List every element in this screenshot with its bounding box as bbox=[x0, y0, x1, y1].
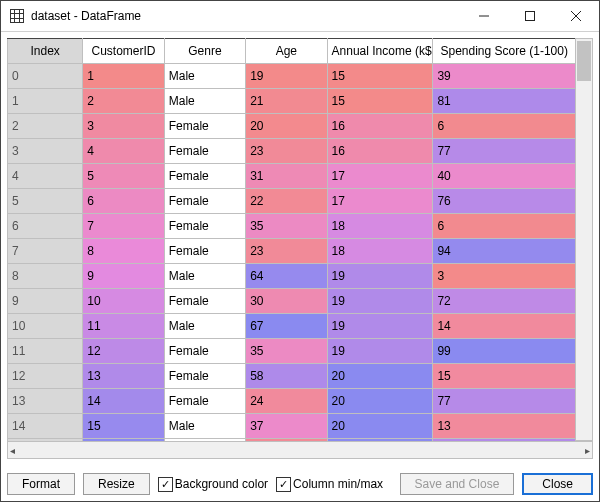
cell-genre[interactable]: Male bbox=[164, 264, 245, 289]
table-row[interactable]: 34Female231677 bbox=[8, 139, 576, 164]
col-header-genre[interactable]: Genre bbox=[164, 39, 245, 64]
minimize-button[interactable] bbox=[461, 1, 507, 31]
cell-index[interactable]: 15 bbox=[8, 439, 83, 442]
cell-id[interactable]: 11 bbox=[83, 314, 164, 339]
table-row[interactable]: 910Female301972 bbox=[8, 289, 576, 314]
cell-id[interactable]: 16 bbox=[83, 439, 164, 442]
cell-genre[interactable]: Female bbox=[164, 139, 245, 164]
cell-income[interactable]: 20 bbox=[327, 439, 433, 442]
table-row[interactable]: 1516Male222079 bbox=[8, 439, 576, 442]
cell-age[interactable]: 30 bbox=[246, 289, 327, 314]
col-header-score[interactable]: Spending Score (1-100) bbox=[433, 39, 576, 64]
cell-score[interactable]: 76 bbox=[433, 189, 576, 214]
format-button[interactable]: Format bbox=[7, 473, 75, 495]
cell-income[interactable]: 19 bbox=[327, 289, 433, 314]
cell-income[interactable]: 19 bbox=[327, 264, 433, 289]
cell-income[interactable]: 18 bbox=[327, 214, 433, 239]
cell-income[interactable]: 19 bbox=[327, 339, 433, 364]
cell-index[interactable]: 13 bbox=[8, 389, 83, 414]
table-row[interactable]: 1213Female582015 bbox=[8, 364, 576, 389]
table-row[interactable]: 89Male64193 bbox=[8, 264, 576, 289]
cell-id[interactable]: 13 bbox=[83, 364, 164, 389]
horizontal-scrollbar[interactable]: ◂ ▸ bbox=[7, 441, 593, 459]
col-header-customerid[interactable]: CustomerID bbox=[83, 39, 164, 64]
col-header-index[interactable]: Index bbox=[8, 39, 83, 64]
scroll-left-icon[interactable]: ◂ bbox=[10, 445, 15, 456]
cell-age[interactable]: 23 bbox=[246, 139, 327, 164]
cell-score[interactable]: 13 bbox=[433, 414, 576, 439]
cell-age[interactable]: 31 bbox=[246, 164, 327, 189]
cell-index[interactable]: 1 bbox=[8, 89, 83, 114]
table-row[interactable]: 01Male191539 bbox=[8, 64, 576, 89]
cell-income[interactable]: 20 bbox=[327, 364, 433, 389]
cell-genre[interactable]: Female bbox=[164, 389, 245, 414]
maximize-button[interactable] bbox=[507, 1, 553, 31]
cell-income[interactable]: 20 bbox=[327, 414, 433, 439]
table-row[interactable]: 12Male211581 bbox=[8, 89, 576, 114]
bgcolor-checkbox[interactable]: ✓ Background color bbox=[158, 477, 268, 492]
cell-age[interactable]: 22 bbox=[246, 189, 327, 214]
cell-income[interactable]: 19 bbox=[327, 314, 433, 339]
cell-income[interactable]: 17 bbox=[327, 164, 433, 189]
table-row[interactable]: 67Female35186 bbox=[8, 214, 576, 239]
cell-income[interactable]: 16 bbox=[327, 139, 433, 164]
resize-button[interactable]: Resize bbox=[83, 473, 150, 495]
cell-index[interactable]: 12 bbox=[8, 364, 83, 389]
cell-income[interactable]: 16 bbox=[327, 114, 433, 139]
col-header-age[interactable]: Age bbox=[246, 39, 327, 64]
cell-index[interactable]: 11 bbox=[8, 339, 83, 364]
cell-score[interactable]: 79 bbox=[433, 439, 576, 442]
minmax-checkbox[interactable]: ✓ Column min/max bbox=[276, 477, 383, 492]
cell-index[interactable]: 8 bbox=[8, 264, 83, 289]
cell-id[interactable]: 6 bbox=[83, 189, 164, 214]
vertical-scrollbar[interactable] bbox=[576, 38, 593, 441]
cell-index[interactable]: 7 bbox=[8, 239, 83, 264]
cell-income[interactable]: 18 bbox=[327, 239, 433, 264]
cell-id[interactable]: 7 bbox=[83, 214, 164, 239]
cell-id[interactable]: 8 bbox=[83, 239, 164, 264]
table-row[interactable]: 78Female231894 bbox=[8, 239, 576, 264]
close-button[interactable]: Close bbox=[522, 473, 593, 495]
cell-index[interactable]: 2 bbox=[8, 114, 83, 139]
cell-genre[interactable]: Male bbox=[164, 89, 245, 114]
cell-age[interactable]: 35 bbox=[246, 339, 327, 364]
cell-score[interactable]: 81 bbox=[433, 89, 576, 114]
close-window-button[interactable] bbox=[553, 1, 599, 31]
col-header-income[interactable]: Annual Income (k$) bbox=[327, 39, 433, 64]
cell-income[interactable]: 15 bbox=[327, 64, 433, 89]
cell-income[interactable]: 15 bbox=[327, 89, 433, 114]
table-row[interactable]: 45Female311740 bbox=[8, 164, 576, 189]
cell-index[interactable]: 6 bbox=[8, 214, 83, 239]
cell-score[interactable]: 14 bbox=[433, 314, 576, 339]
cell-score[interactable]: 40 bbox=[433, 164, 576, 189]
cell-score[interactable]: 77 bbox=[433, 389, 576, 414]
cell-id[interactable]: 2 bbox=[83, 89, 164, 114]
cell-score[interactable]: 77 bbox=[433, 139, 576, 164]
cell-id[interactable]: 9 bbox=[83, 264, 164, 289]
table-row[interactable]: 1415Male372013 bbox=[8, 414, 576, 439]
cell-genre[interactable]: Female bbox=[164, 114, 245, 139]
cell-score[interactable]: 99 bbox=[433, 339, 576, 364]
table-row[interactable]: 23Female20166 bbox=[8, 114, 576, 139]
cell-id[interactable]: 5 bbox=[83, 164, 164, 189]
cell-id[interactable]: 10 bbox=[83, 289, 164, 314]
cell-index[interactable]: 3 bbox=[8, 139, 83, 164]
cell-id[interactable]: 1 bbox=[83, 64, 164, 89]
table-row[interactable]: 1011Male671914 bbox=[8, 314, 576, 339]
cell-score[interactable]: 72 bbox=[433, 289, 576, 314]
cell-index[interactable]: 10 bbox=[8, 314, 83, 339]
cell-genre[interactable]: Male bbox=[164, 314, 245, 339]
cell-score[interactable]: 39 bbox=[433, 64, 576, 89]
cell-id[interactable]: 12 bbox=[83, 339, 164, 364]
cell-genre[interactable]: Female bbox=[164, 339, 245, 364]
cell-index[interactable]: 9 bbox=[8, 289, 83, 314]
cell-score[interactable]: 6 bbox=[433, 114, 576, 139]
cell-score[interactable]: 6 bbox=[433, 214, 576, 239]
cell-id[interactable]: 14 bbox=[83, 389, 164, 414]
cell-genre[interactable]: Female bbox=[164, 164, 245, 189]
cell-genre[interactable]: Male bbox=[164, 64, 245, 89]
cell-genre[interactable]: Male bbox=[164, 439, 245, 442]
scroll-right-icon[interactable]: ▸ bbox=[585, 445, 590, 456]
cell-id[interactable]: 3 bbox=[83, 114, 164, 139]
cell-age[interactable]: 23 bbox=[246, 239, 327, 264]
